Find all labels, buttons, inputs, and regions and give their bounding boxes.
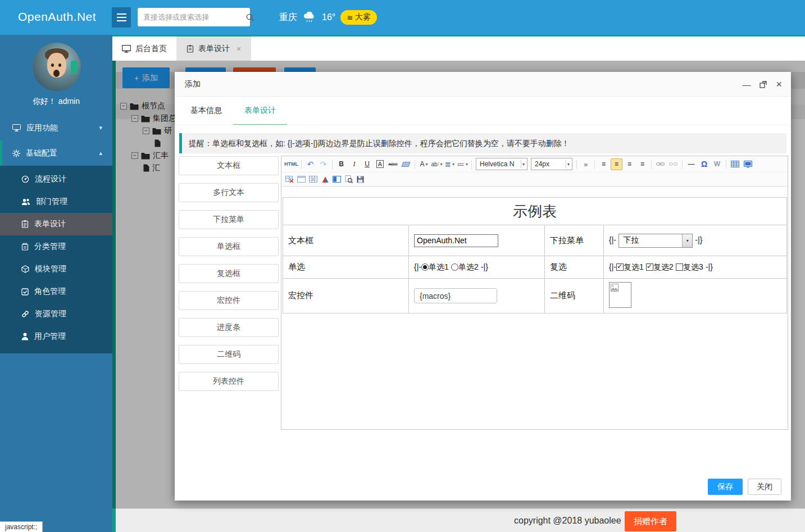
table-row: 单选 {|-单选1 单选2 -|} 复选 {|-复选1 复选2 复选3 -|} bbox=[283, 256, 787, 279]
checkbox-option2[interactable] bbox=[646, 263, 653, 271]
page: OpenAuth.Net 重庆 16° ≋ 大雾 你好！ admin bbox=[0, 0, 805, 532]
eraser-icon[interactable] bbox=[400, 158, 412, 170]
redo-icon[interactable]: ↷ bbox=[317, 158, 329, 170]
rain-cloud-icon bbox=[302, 11, 317, 24]
widget-progress-button[interactable]: 进度条 bbox=[179, 318, 279, 337]
widget-macro-button[interactable]: 宏控件 bbox=[179, 291, 279, 310]
html-source-icon[interactable]: HTML bbox=[284, 158, 298, 170]
align-left-icon[interactable]: ≡ bbox=[598, 158, 610, 170]
checkbox-option2-label: 复选2 bbox=[653, 262, 674, 271]
unlink-icon[interactable] bbox=[667, 158, 679, 170]
unordered-list-icon[interactable]: ≔▾ bbox=[457, 158, 469, 170]
close-button[interactable]: 关闭 bbox=[748, 479, 781, 495]
macro-label: 宏控件 bbox=[283, 279, 409, 313]
tab-bar: 后台首页 表单设计 × bbox=[112, 35, 805, 61]
save-button[interactable]: 保存 bbox=[708, 479, 743, 495]
save-icon[interactable] bbox=[355, 174, 366, 184]
tab-label: 后台首页 bbox=[135, 44, 167, 54]
checkbox-option3[interactable] bbox=[676, 263, 683, 271]
insert-table-icon[interactable] bbox=[729, 158, 741, 170]
font-family-select[interactable]: Helvetica N▾ bbox=[476, 158, 527, 170]
table-row: 文本框 下拉菜单 {|- 下拉 ▾ -|} bbox=[283, 225, 787, 256]
font-style-icon[interactable]: A bbox=[374, 158, 386, 170]
undo-icon[interactable]: ↶ bbox=[304, 158, 316, 170]
table-properties-icon[interactable] bbox=[296, 174, 307, 184]
app-logo: OpenAuth.Net bbox=[18, 10, 96, 24]
link-icon[interactable] bbox=[654, 158, 666, 170]
sidebar-menu: 应用功能 ▾ 基础配置 ▴ 流程设计 部门管理 bbox=[0, 115, 112, 353]
font-size-select[interactable]: 24px▾ bbox=[531, 158, 572, 170]
dialog-header[interactable]: 添加 bbox=[175, 72, 791, 97]
sidebar-item-resource-mgmt[interactable]: 资源管理 bbox=[0, 303, 112, 325]
italic-icon[interactable]: I bbox=[348, 158, 360, 170]
editor-canvas[interactable]: 示例表 文本框 下拉菜单 {|- 下拉 ▾ -|} bbox=[281, 188, 788, 398]
global-search bbox=[138, 8, 250, 26]
sidebar-item-base-config[interactable]: 基础配置 ▴ bbox=[0, 140, 112, 166]
special-char-icon[interactable]: Ω bbox=[698, 158, 710, 170]
widget-textbox-button[interactable]: 文本框 bbox=[179, 156, 279, 175]
widget-list-button[interactable]: 列表控件 bbox=[179, 372, 279, 391]
monitor-icon bbox=[12, 124, 21, 131]
copyright-text: copyright @2018 yubaolee bbox=[514, 509, 621, 532]
users-icon bbox=[21, 198, 30, 206]
radio-option1[interactable] bbox=[421, 263, 429, 271]
indent-icon[interactable]: » bbox=[580, 158, 592, 170]
checkbox-option3-label: 复选3 bbox=[683, 262, 703, 271]
sidebar-item-process-design[interactable]: 流程设计 bbox=[0, 168, 112, 190]
widget-dropdown-button[interactable]: 下拉菜单 bbox=[179, 210, 279, 229]
preview-icon[interactable] bbox=[343, 174, 354, 184]
tab-home[interactable]: 后台首页 bbox=[112, 37, 177, 61]
strikethrough-icon[interactable]: ABC bbox=[387, 158, 399, 170]
widget-qrcode-button[interactable]: 二维码 bbox=[179, 345, 279, 364]
textbox-input[interactable] bbox=[414, 234, 498, 247]
sidebar-item-category-mgmt[interactable]: 分类管理 bbox=[0, 235, 112, 258]
tab-basic-info[interactable]: 基本信息 bbox=[179, 97, 233, 125]
align-center-icon[interactable]: ≡ bbox=[611, 158, 622, 170]
tab-form-design[interactable]: 表单设计 × bbox=[177, 37, 251, 61]
sidebar-item-form-design[interactable]: 表单设计 bbox=[0, 213, 112, 235]
minimize-icon[interactable]: — bbox=[742, 80, 751, 89]
cell-properties-icon[interactable] bbox=[308, 174, 319, 184]
horizontal-rule-icon[interactable]: — bbox=[685, 158, 697, 170]
widget-radio-button[interactable]: 单选框 bbox=[179, 237, 279, 256]
tab-form-design[interactable]: 表单设计 bbox=[233, 97, 287, 125]
search-icon[interactable] bbox=[245, 13, 254, 22]
bold-icon[interactable]: B bbox=[335, 158, 347, 170]
qrcode-placeholder[interactable] bbox=[609, 282, 631, 308]
delete-table-icon[interactable] bbox=[284, 174, 295, 184]
donate-button[interactable]: 捐赠作者 bbox=[625, 511, 676, 531]
maximize-icon[interactable] bbox=[759, 81, 767, 88]
radio-option2[interactable] bbox=[451, 263, 458, 271]
sidebar-item-user-mgmt[interactable]: 用户管理 bbox=[0, 325, 112, 348]
widget-multiline-button[interactable]: 多行文本 bbox=[179, 183, 279, 202]
fullscreen-icon[interactable] bbox=[742, 158, 754, 170]
fog-icon: ≋ bbox=[347, 13, 353, 22]
tab-close-icon[interactable]: × bbox=[237, 44, 241, 53]
sample-form-table: 示例表 文本框 下拉菜单 {|- 下拉 ▾ -|} bbox=[283, 197, 787, 313]
table-row: 示例表 bbox=[283, 198, 787, 225]
sidebar-item-module-mgmt[interactable]: 模块管理 bbox=[0, 258, 112, 280]
weather-fog-badge: ≋ 大雾 bbox=[340, 10, 377, 25]
chevron-up-icon: ▴ bbox=[99, 149, 102, 157]
sidebar-item-app-functions[interactable]: 应用功能 ▾ bbox=[0, 115, 112, 140]
sidebar-item-role-mgmt[interactable]: 角色管理 bbox=[0, 280, 112, 303]
widget-checkbox-button[interactable]: 复选框 bbox=[179, 264, 279, 283]
search-input[interactable] bbox=[138, 13, 245, 21]
chart-icon[interactable] bbox=[320, 174, 330, 184]
dropdown-select[interactable]: 下拉 ▾ bbox=[618, 234, 693, 248]
close-icon[interactable]: × bbox=[776, 79, 782, 90]
avatar[interactable] bbox=[33, 43, 81, 91]
sidebar-item-department-mgmt[interactable]: 部门管理 bbox=[0, 190, 112, 213]
font-color-icon[interactable]: A▾ bbox=[418, 158, 430, 170]
align-right-icon[interactable]: ≡ bbox=[624, 158, 635, 170]
ordered-list-icon[interactable]: ≣▾ bbox=[444, 158, 456, 170]
paste-from-word-icon[interactable]: W bbox=[711, 158, 723, 170]
highlight-icon[interactable]: ab/▾ bbox=[431, 158, 443, 170]
monitor-icon bbox=[122, 45, 131, 53]
justify-icon[interactable]: ≡ bbox=[636, 158, 648, 170]
macro-input[interactable]: {macros} bbox=[414, 288, 497, 303]
layout-icon[interactable] bbox=[331, 174, 342, 184]
underline-icon[interactable]: U bbox=[361, 158, 373, 170]
checkbox-option1[interactable] bbox=[616, 263, 624, 271]
hamburger-menu-button[interactable] bbox=[112, 7, 131, 28]
